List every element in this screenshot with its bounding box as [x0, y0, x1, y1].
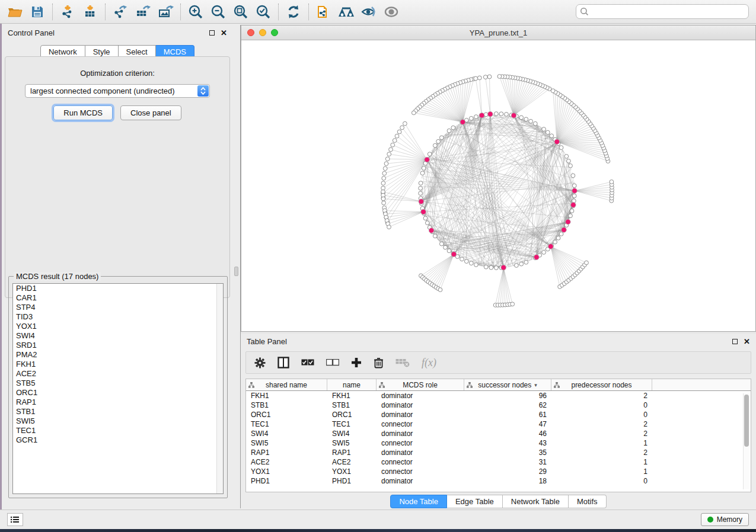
mcds-hub-node[interactable] [488, 111, 493, 117]
ring-node[interactable] [533, 121, 537, 126]
export-table-button[interactable] [134, 3, 152, 21]
mcds-hub-node[interactable] [571, 203, 576, 208]
leaf-node[interactable] [400, 126, 404, 130]
refresh-button[interactable] [285, 3, 302, 21]
table-row[interactable]: ACE2ACE2connector311 [246, 457, 751, 467]
table-row[interactable]: RAP1RAP1dominator352 [246, 448, 751, 457]
ring-node[interactable] [571, 174, 575, 178]
divider-handle[interactable] [234, 267, 238, 276]
ring-node[interactable] [495, 112, 499, 116]
export-network-button[interactable] [111, 3, 129, 21]
leaf-node[interactable] [387, 152, 391, 156]
table-row[interactable]: SWI5SWI5connector431 [246, 438, 751, 448]
zoom-selected-button[interactable] [254, 3, 272, 21]
leaf-node[interactable] [395, 134, 399, 138]
leaf-node[interactable] [383, 166, 387, 171]
table-row[interactable]: SWI4SWI4dominator462 [246, 429, 751, 438]
leaf-node[interactable] [477, 76, 481, 80]
create-column-button[interactable] [351, 357, 362, 368]
ring-node[interactable] [556, 236, 560, 240]
table-settings-button[interactable] [254, 357, 266, 368]
mcds-hub-node[interactable] [429, 228, 434, 233]
ring-node[interactable] [524, 260, 528, 264]
mcds-result-item[interactable]: SWI4 [13, 331, 223, 341]
ring-node[interactable] [447, 129, 451, 133]
mcds-result-item[interactable]: PHD1 [13, 284, 223, 293]
ring-node[interactable] [489, 265, 493, 270]
leaf-node[interactable] [382, 177, 386, 181]
first-neighbors-button[interactable] [337, 3, 355, 21]
close-panel-button[interactable]: Close panel [120, 105, 181, 120]
ring-node[interactable] [464, 259, 468, 264]
table-scrollbar-thumb[interactable] [744, 395, 749, 447]
float-panel-icon[interactable] [209, 30, 215, 36]
leaf-node[interactable] [385, 157, 390, 161]
mcds-hub-node[interactable] [511, 113, 516, 118]
ring-node[interactable] [460, 257, 464, 261]
split-pane-divider[interactable] [233, 25, 241, 508]
leaf-node[interactable] [384, 162, 388, 166]
ring-node[interactable] [559, 146, 563, 150]
leaf-node[interactable] [391, 143, 395, 147]
mcds-result-item[interactable]: ORC1 [13, 388, 223, 398]
close-table-panel-icon[interactable]: ✕ [744, 338, 750, 345]
leaf-node[interactable] [610, 180, 614, 184]
ring-node[interactable] [553, 240, 557, 244]
column-header-predecessor-nodes[interactable]: predecessor nodes [551, 379, 652, 390]
panel-menu-button[interactable] [7, 513, 23, 526]
ring-node[interactable] [419, 181, 423, 185]
ring-node[interactable] [550, 134, 554, 138]
ring-node[interactable] [519, 262, 524, 266]
tab-network-table[interactable]: Network Table [503, 495, 569, 508]
mcds-hub-node[interactable] [460, 120, 465, 125]
new-network-from-selection-button[interactable] [315, 3, 333, 21]
mcds-result-list[interactable]: PHD1CAR1STP4TID3YOX1SWI4SRD1PMA2FKH1ACE2… [12, 283, 224, 494]
ring-node[interactable] [439, 242, 444, 246]
table-row[interactable]: ORC1ORC1dominator610 [246, 410, 751, 419]
ring-node[interactable] [499, 112, 503, 116]
ring-node[interactable] [423, 216, 428, 220]
ring-node[interactable] [451, 126, 455, 130]
open-file-button[interactable] [6, 3, 24, 21]
ring-node[interactable] [564, 155, 569, 159]
leaf-node[interactable] [403, 121, 407, 126]
mcds-result-item[interactable]: SRD1 [13, 341, 223, 350]
mcds-result-item[interactable]: TEC1 [13, 426, 223, 435]
import-table-button[interactable] [81, 3, 99, 21]
ring-node[interactable] [474, 115, 479, 119]
ring-node[interactable] [569, 164, 573, 168]
ring-node[interactable] [484, 265, 488, 269]
mcds-hub-node[interactable] [562, 227, 567, 233]
ring-node[interactable] [572, 194, 576, 198]
leaf-node[interactable] [497, 75, 502, 79]
ring-node[interactable] [572, 184, 576, 188]
mcds-hub-node[interactable] [451, 252, 457, 257]
leaf-node[interactable] [387, 225, 391, 229]
leaf-node[interactable] [381, 181, 385, 185]
run-mcds-button[interactable]: Run MCDS [53, 105, 113, 120]
zoom-in-button[interactable] [187, 3, 205, 21]
leaf-node[interactable] [487, 75, 492, 79]
mcds-hub-node[interactable] [479, 113, 484, 118]
mcds-result-item[interactable]: CAR1 [13, 293, 223, 303]
table-scrollbar[interactable] [743, 393, 749, 489]
ring-node[interactable] [495, 266, 499, 270]
mcds-result-item[interactable]: RAP1 [13, 398, 223, 407]
deselect-all-rows-button[interactable] [326, 359, 339, 366]
ring-node[interactable] [559, 232, 563, 236]
mcds-result-item[interactable]: STB5 [13, 379, 223, 388]
export-image-button[interactable] [157, 3, 174, 21]
leaf-node[interactable] [474, 76, 478, 81]
search-input[interactable] [591, 8, 745, 16]
leaf-node[interactable] [483, 75, 487, 79]
mcds-result-item[interactable]: ACE2 [13, 369, 223, 379]
column-header-MCDS-role[interactable]: MCDS role [377, 379, 464, 390]
table-row[interactable]: TEC1TEC1connector472 [246, 419, 751, 429]
search-box[interactable] [576, 4, 749, 19]
ring-node[interactable] [484, 113, 488, 117]
zoom-out-button[interactable] [209, 3, 227, 21]
ring-node[interactable] [425, 221, 429, 225]
mcds-hub-node[interactable] [554, 139, 560, 145]
ring-node[interactable] [542, 127, 546, 132]
network-window-titlebar[interactable]: YPA_prune.txt_1 [241, 25, 755, 40]
